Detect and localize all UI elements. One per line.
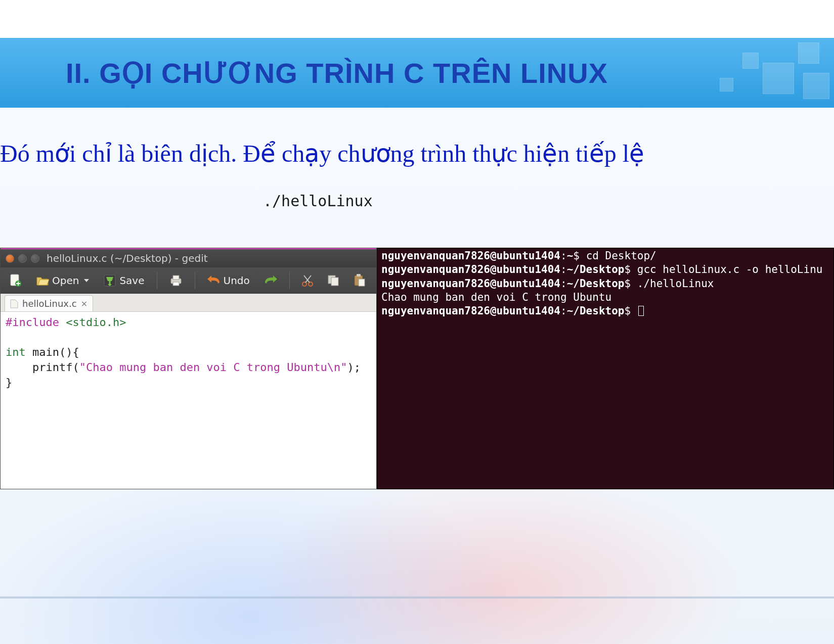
code-include-kw: #include	[6, 316, 59, 329]
redo-icon	[264, 275, 277, 286]
gedit-tab-label: helloLinux.c	[22, 298, 77, 309]
save-icon	[103, 274, 116, 287]
copy-icon	[327, 274, 339, 287]
tab-close-icon[interactable]: ×	[81, 299, 87, 308]
toolbar-separator	[157, 272, 157, 289]
svg-rect-11	[357, 274, 361, 277]
gedit-window: helloLinux.c (~/Desktop) - gedit Open	[0, 248, 377, 489]
code-include-hdr: <stdio.h>	[66, 316, 126, 329]
redo-button[interactable]	[260, 273, 281, 288]
open-button[interactable]: Open	[32, 272, 93, 289]
cut-button[interactable]	[298, 272, 317, 289]
code-string-open: "	[79, 361, 86, 374]
folder-open-icon	[36, 275, 49, 286]
term-output: Chao mung ban den voi C trong Ubuntu	[381, 291, 611, 303]
gedit-tab[interactable]: helloLinux.c ×	[5, 295, 93, 311]
print-icon	[169, 274, 183, 287]
term-path-desktop: ~/Desktop	[567, 305, 625, 317]
terminal-cursor	[638, 306, 644, 316]
toolbar-separator	[289, 272, 290, 289]
paste-button[interactable]	[349, 272, 370, 289]
run-command: ./helloLinux	[263, 192, 373, 210]
undo-icon	[207, 275, 221, 286]
code-string-body: Chao mung ban den voi C trong Ubuntu	[86, 361, 327, 374]
save-button-label: Save	[119, 274, 144, 287]
svg-rect-12	[359, 279, 365, 286]
term-userhost: nguyenvanquan7826@ubuntu1404	[381, 263, 560, 275]
code-string-close: "	[340, 361, 347, 374]
header-band: II. GỌI CHƯƠNG TRÌNH C TRÊN LINUX	[0, 38, 834, 108]
term-userhost: nguyenvanquan7826@ubuntu1404	[381, 278, 560, 290]
svg-rect-5	[173, 282, 179, 286]
term-cmd-cd: cd Desktop/	[586, 250, 656, 262]
scissors-icon	[302, 274, 313, 287]
gedit-tabstrip: helloLinux.c ×	[1, 294, 376, 312]
header-decoration	[682, 38, 834, 108]
slide: II. GỌI CHƯƠNG TRÌNH C TRÊN LINUX Đó mới…	[0, 0, 834, 644]
code-close-brace: }	[6, 376, 12, 389]
code-int-kw: int	[6, 346, 26, 358]
code-main-sig: main(){	[26, 346, 79, 358]
save-button[interactable]: Save	[99, 272, 148, 289]
term-userhost: nguyenvanquan7826@ubuntu1404	[381, 305, 560, 317]
toolbar-separator	[195, 272, 195, 289]
undo-button-label: Undo	[224, 274, 250, 287]
undo-button[interactable]: Undo	[203, 272, 254, 289]
top-margin	[0, 0, 834, 38]
chevron-down-icon	[84, 279, 89, 282]
term-cmd-run: ./helloLinux	[637, 278, 714, 290]
paste-icon	[354, 274, 366, 287]
term-path-desktop: ~/Desktop	[567, 263, 625, 275]
svg-rect-9	[331, 278, 338, 286]
term-cmd-gcc: gcc helloLinux.c -o helloLinu	[637, 263, 823, 275]
intro-text: Đó mới chỉ là biên dịch. Để chạy chương …	[0, 139, 834, 167]
gedit-editor[interactable]: #include <stdio.h> int main(){ printf("C…	[1, 312, 376, 489]
footer-divider	[0, 596, 834, 599]
gedit-toolbar: Open Save	[1, 267, 376, 294]
svg-rect-4	[173, 275, 179, 280]
term-userhost: nguyenvanquan7826@ubuntu1404	[381, 250, 560, 262]
minimize-icon[interactable]	[18, 254, 27, 263]
code-string-esc: \n	[327, 361, 341, 374]
file-icon	[10, 299, 18, 308]
term-path-home: ~	[567, 250, 574, 262]
code-printf-post: );	[347, 361, 361, 374]
open-button-label: Open	[52, 274, 79, 287]
terminal-window[interactable]: nguyenvanquan7826@ubuntu1404:~$ cd Deskt…	[377, 248, 834, 489]
screenshot-row: helloLinux.c (~/Desktop) - gedit Open	[0, 248, 834, 490]
new-file-icon	[10, 274, 22, 287]
print-button[interactable]	[165, 272, 187, 289]
page-title: II. GỌI CHƯƠNG TRÌNH C TRÊN LINUX	[0, 57, 608, 89]
copy-button[interactable]	[323, 272, 343, 289]
gedit-titlebar: helloLinux.c (~/Desktop) - gedit	[1, 248, 376, 267]
new-file-button[interactable]	[6, 272, 26, 289]
close-icon[interactable]	[6, 254, 14, 263]
maximize-icon[interactable]	[31, 254, 39, 263]
code-printf-pre: printf(	[6, 361, 79, 374]
gedit-window-title: helloLinux.c (~/Desktop) - gedit	[47, 252, 208, 264]
term-path-desktop: ~/Desktop	[567, 278, 625, 290]
